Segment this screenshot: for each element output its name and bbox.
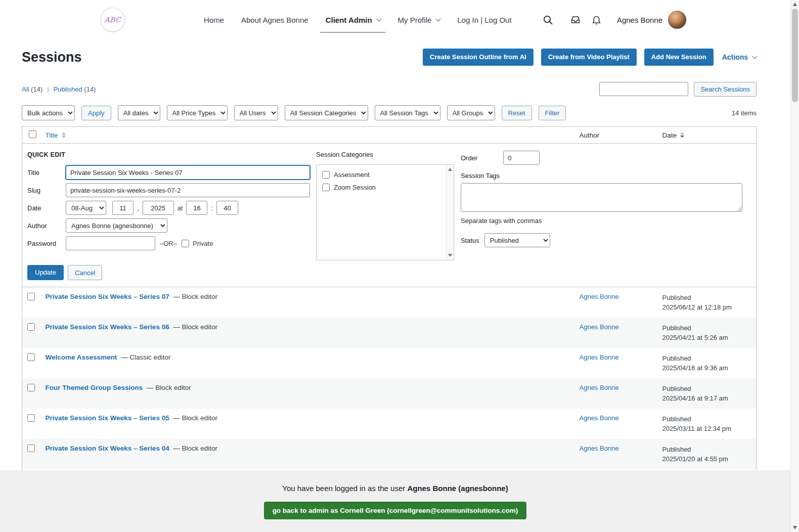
row-status: Published — [662, 353, 751, 363]
sort-by-title[interactable]: Title — [46, 131, 66, 139]
scroll-up-icon[interactable] — [448, 168, 452, 171]
quick-edit-legend: QUICK EDIT — [27, 151, 310, 159]
inbox-icon[interactable] — [570, 14, 581, 25]
qe-status-select[interactable]: Published — [484, 233, 550, 247]
items-count: 14 items — [732, 109, 757, 117]
nav-item-client-admin[interactable]: Client Admin — [326, 16, 381, 24]
author-link[interactable]: Agnes Bonne — [580, 353, 619, 361]
qe-date-colon: : — [211, 204, 213, 212]
filter-toolbar: Bulk actions Apply All dates All Price T… — [22, 105, 757, 120]
qe-password-label: Password — [27, 240, 66, 247]
search-icon[interactable] — [542, 14, 554, 26]
filter-button[interactable]: Filter — [539, 106, 566, 120]
session-title-link[interactable]: Private Session Six Weeks – Series 04 — [46, 445, 169, 452]
search-sessions-input[interactable] — [599, 82, 688, 96]
site-logo[interactable]: ABC — [101, 8, 125, 32]
sort-arrows-icon — [680, 132, 684, 138]
row-status: Published — [662, 323, 751, 333]
bulk-actions-select[interactable]: Bulk actions — [22, 105, 75, 120]
qe-year-input[interactable] — [143, 201, 174, 215]
session-row: Private Session Six Weeks – Series 04 — … — [22, 439, 757, 469]
create-from-video-playlist-button[interactable]: Create from Video Playlist — [541, 49, 637, 66]
qe-hour-input[interactable] — [186, 201, 207, 215]
nav-item-my-profile[interactable]: My Profile — [398, 16, 440, 24]
date-column-header: Date — [662, 131, 677, 139]
scrollbar-thumb[interactable] — [792, 9, 798, 102]
scrollbar-up-arrow[interactable] — [793, 3, 797, 6]
top-navigation: ABC Home About Agnes Bonne Client Admin … — [0, 0, 790, 39]
row-checkbox[interactable] — [27, 445, 35, 452]
session-title-link[interactable]: Four Themed Group Sessions — [46, 384, 143, 391]
session-categories-box[interactable]: Assessment Zoom Session — [316, 164, 454, 260]
filter-dates-select[interactable]: All dates — [118, 105, 160, 120]
qe-title-input[interactable] — [66, 165, 310, 180]
qe-password-input[interactable] — [66, 236, 155, 250]
category-item-zoom-session[interactable]: Zoom Session — [322, 184, 441, 191]
header-actions: Create Session Outline from AI Create fr… — [423, 49, 757, 66]
filter-users-select[interactable]: All Users — [234, 105, 278, 120]
select-all-checkbox[interactable] — [29, 130, 36, 138]
main-content: Sessions Create Session Outline from AI … — [0, 39, 790, 491]
nav-item-home[interactable]: Home — [204, 16, 224, 24]
back-to-admin-button[interactable]: go back to admin as Cornell Green (corne… — [264, 502, 527, 519]
nav-item-login-logout[interactable]: Log In | Log Out — [457, 16, 511, 24]
filter-session-categories-select[interactable]: All Session Categories — [285, 105, 368, 120]
view-all-link[interactable]: All (14) — [22, 85, 42, 93]
avatar[interactable] — [668, 11, 686, 29]
qe-slug-input[interactable] — [66, 183, 310, 197]
row-checkbox[interactable] — [27, 323, 35, 331]
qe-private-toggle[interactable]: Private — [182, 240, 213, 247]
filter-price-types-select[interactable]: All Price Types — [167, 105, 228, 120]
qe-author-select[interactable]: Agnes Bonne (agnesbonne) — [66, 218, 167, 233]
actions-dropdown[interactable]: Actions — [722, 53, 757, 61]
user-name[interactable]: Agnes Bonne — [617, 16, 662, 24]
row-checkbox[interactable] — [27, 353, 35, 361]
category-zoom-session-checkbox[interactable] — [322, 184, 330, 191]
search-sessions-button[interactable]: Search Sessions — [694, 82, 757, 97]
session-title-link[interactable]: Welcome Assessment — [46, 353, 117, 361]
bell-icon[interactable] — [591, 14, 602, 25]
apply-button[interactable]: Apply — [81, 106, 111, 120]
reset-button[interactable]: Reset — [502, 106, 532, 120]
view-published-link[interactable]: Published (14) — [54, 85, 96, 93]
editor-type-label: — Classic editor — [121, 353, 170, 361]
author-link[interactable]: Agnes Bonne — [580, 293, 619, 300]
filter-groups-select[interactable]: All Groups — [447, 105, 495, 120]
qe-day-input[interactable] — [112, 201, 134, 215]
qe-session-tags-textarea[interactable] — [461, 183, 742, 212]
nav-item-about[interactable]: About Agnes Bonne — [241, 16, 308, 24]
add-new-session-button[interactable]: Add New Session — [644, 49, 714, 66]
categories-scrollbar[interactable] — [446, 165, 454, 260]
row-checkbox[interactable] — [27, 414, 35, 422]
session-title-link[interactable]: Private Session Six Weeks – Series 05 — [46, 414, 169, 422]
scroll-down-icon[interactable] — [448, 254, 452, 257]
scrollbar-down-arrow[interactable] — [793, 526, 797, 529]
create-session-outline-ai-button[interactable]: Create Session Outline from AI — [423, 49, 534, 66]
page-scrollbar[interactable] — [790, 0, 799, 532]
author-link[interactable]: Agnes Bonne — [580, 323, 619, 331]
qe-private-label: Private — [193, 240, 213, 247]
qe-month-select[interactable]: 08-Aug — [66, 201, 106, 215]
author-link[interactable]: Agnes Bonne — [580, 414, 619, 422]
qe-order-input[interactable] — [503, 151, 540, 165]
category-item-assessment[interactable]: Assessment — [322, 171, 441, 179]
qe-private-checkbox[interactable] — [182, 240, 189, 247]
author-link[interactable]: Agnes Bonne — [580, 384, 619, 391]
row-date: 2025/04/21 at 5:26 am — [662, 333, 751, 342]
sort-by-date[interactable]: Date — [662, 131, 685, 139]
filter-session-tags-select[interactable]: All Session Tags — [375, 105, 440, 120]
session-row: Private Session Six Weeks – Series 06 — … — [22, 318, 757, 348]
session-title-link[interactable]: Private Session Six Weeks – Series 07 — [46, 293, 169, 300]
session-title-link[interactable]: Private Session Six Weeks – Series 06 — [46, 323, 169, 331]
row-checkbox[interactable] — [27, 293, 35, 300]
row-checkbox[interactable] — [27, 384, 35, 391]
quick-edit-left-column: QUICK EDIT Title Slug — [27, 151, 310, 254]
main-nav: Home About Agnes Bonne Client Admin My P… — [204, 16, 512, 24]
footer-bar: You have been logged in as the user Agne… — [0, 470, 790, 532]
qe-status-label: Status — [461, 237, 479, 244]
qe-minute-input[interactable] — [216, 201, 238, 215]
category-assessment-checkbox[interactable] — [322, 171, 330, 179]
cancel-button[interactable]: Cancel — [68, 265, 102, 280]
update-button[interactable]: Update — [27, 265, 64, 280]
author-link[interactable]: Agnes Bonne — [580, 445, 619, 452]
